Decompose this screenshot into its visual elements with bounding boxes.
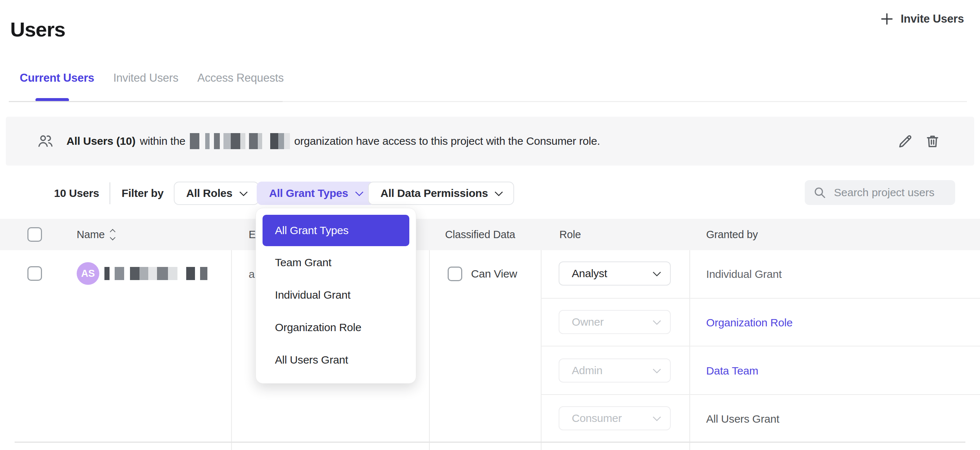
redacted-org-name	[190, 133, 290, 149]
user-group-divider	[14, 442, 966, 443]
chevron-down-icon	[239, 188, 248, 196]
grant-types-dropdown-menu: All Grant Types Team Grant Individual Gr…	[256, 208, 416, 383]
all-data-permissions-filter[interactable]: All Data Permissions	[368, 182, 514, 205]
all-grant-types-label: All Grant Types	[269, 187, 348, 200]
pencil-icon	[897, 133, 913, 149]
role-select-value: Analyst	[572, 267, 607, 280]
classified-data-cell: Can View	[448, 266, 517, 281]
column-divider	[429, 250, 430, 450]
column-header-granted-by: Granted by	[706, 219, 758, 250]
plus-icon	[880, 13, 894, 25]
classified-header-label: Classified Data	[445, 229, 515, 241]
all-grant-types-filter[interactable]: All Grant Types	[257, 182, 375, 205]
column-divider	[541, 250, 541, 450]
edit-button[interactable]	[895, 131, 916, 151]
column-divider	[689, 250, 690, 450]
chevron-down-icon	[653, 365, 661, 374]
tab-divider	[9, 101, 283, 102]
tab-invited-users[interactable]: Invited Users	[113, 71, 178, 85]
table-header: Name Email Classified Data Role Granted …	[0, 219, 980, 250]
column-header-classified: Classified Data	[445, 219, 515, 250]
role-select-value: Owner	[572, 316, 603, 328]
menu-item-all-users-grant[interactable]: All Users Grant	[262, 344, 409, 376]
all-roles-label: All Roles	[186, 187, 232, 200]
role-select-value: Consumer	[572, 412, 622, 425]
can-view-label: Can View	[471, 268, 517, 280]
granted-by-header-label: Granted by	[706, 229, 758, 241]
tab-bar: Current Users Invited Users Access Reque…	[20, 71, 284, 85]
role-select-admin[interactable]: Admin	[558, 358, 671, 382]
sort-icon[interactable]	[111, 230, 115, 239]
menu-item-organization-role[interactable]: Organization Role	[262, 311, 409, 344]
row-checkbox[interactable]	[27, 266, 42, 281]
chevron-down-icon	[355, 188, 363, 196]
tab-divider-light	[283, 101, 967, 102]
banner-before-org: within the	[140, 135, 186, 147]
column-header-role: Role	[559, 219, 581, 250]
role-select-consumer[interactable]: Consumer	[558, 406, 671, 430]
search-input[interactable]	[833, 186, 975, 199]
user-count: 10 Users	[54, 182, 99, 205]
chevron-down-icon	[653, 413, 661, 421]
avatar: AS	[77, 262, 99, 285]
page-title: Users	[10, 17, 65, 41]
trash-icon	[924, 133, 940, 149]
tab-access-requests[interactable]: Access Requests	[197, 71, 284, 85]
menu-item-individual-grant[interactable]: Individual Grant	[262, 279, 409, 311]
filter-divider	[110, 182, 110, 204]
banner-bold: All Users (10)	[67, 135, 135, 147]
menu-item-team-grant[interactable]: Team Grant	[262, 246, 409, 279]
granted-by-value: All Users Grant	[706, 413, 779, 425]
chevron-down-icon	[495, 188, 503, 196]
all-roles-filter[interactable]: All Roles	[174, 182, 259, 205]
column-header-name: Name	[77, 219, 115, 250]
all-users-banner: All Users (10) within the organization h…	[6, 117, 974, 166]
row-divider	[541, 298, 980, 299]
menu-item-all-grant-types[interactable]: All Grant Types	[262, 215, 409, 246]
select-all-cell	[27, 219, 42, 250]
row-checkbox-cell	[27, 266, 42, 281]
role-header-label: Role	[559, 229, 581, 241]
banner-after-org: organization have access to this project…	[294, 135, 600, 147]
banner-text: All Users (10) within the organization h…	[67, 133, 600, 149]
name-header-label: Name	[77, 229, 105, 241]
row-divider	[541, 394, 980, 395]
role-select-owner[interactable]: Owner	[558, 310, 671, 334]
granted-by-value: Individual Grant	[706, 268, 782, 280]
avatar-initials: AS	[81, 268, 95, 279]
granted-by-link[interactable]: Data Team	[706, 364, 758, 377]
all-data-permissions-label: All Data Permissions	[380, 187, 488, 200]
invite-users-button[interactable]: Invite Users	[880, 13, 964, 25]
users-icon	[37, 132, 54, 150]
search-icon	[813, 185, 827, 200]
select-all-checkbox[interactable]	[27, 227, 42, 242]
filter-by-label: Filter by	[122, 182, 164, 205]
role-select-analyst[interactable]: Analyst	[558, 261, 671, 285]
chevron-down-icon	[653, 268, 661, 277]
chevron-down-icon	[653, 317, 661, 325]
search-box	[805, 180, 955, 205]
invite-users-label: Invite Users	[901, 13, 964, 25]
column-divider	[231, 250, 232, 450]
delete-button[interactable]	[922, 131, 943, 151]
user-email: a	[249, 268, 255, 280]
granted-by-link[interactable]: Organization Role	[706, 317, 793, 329]
role-select-value: Admin	[572, 364, 603, 377]
tab-current-users[interactable]: Current Users	[20, 71, 94, 85]
redacted-user-name	[104, 267, 207, 280]
can-view-checkbox[interactable]	[448, 266, 462, 281]
row-divider	[541, 346, 980, 347]
